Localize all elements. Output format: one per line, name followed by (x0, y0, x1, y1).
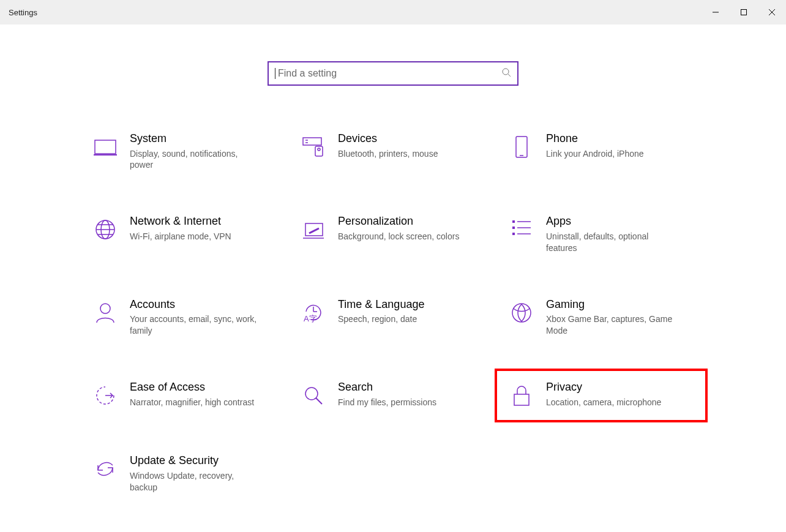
svg-rect-27 (512, 233, 515, 235)
tile-desc: Narrator, magnifier, high contrast (130, 397, 254, 408)
gaming-icon (507, 298, 536, 328)
tile-desc: Xbox Game Bar, captures, Game Mode (546, 313, 675, 337)
tile-personalization[interactable]: Personalization Background, lock screen,… (295, 211, 491, 257)
settings-grid: System Display, sound, notifications, po… (87, 129, 699, 497)
tile-desc: Bluetooth, printers, mouse (338, 148, 438, 160)
svg-line-35 (316, 398, 322, 404)
network-icon (91, 215, 120, 244)
tile-privacy[interactable]: Privacy Location, camera, microphone (503, 377, 699, 414)
window-title: Settings (9, 8, 37, 17)
svg-point-12 (318, 148, 320, 151)
apps-icon (507, 215, 536, 244)
tile-title: Network & Internet (130, 215, 231, 228)
tile-title: Ease of Access (130, 381, 254, 394)
system-icon (91, 132, 120, 162)
tile-search[interactable]: Search Find my files, permissions (295, 377, 491, 414)
tile-desc: Your accounts, email, sync, work, family (130, 313, 258, 337)
search-tile-icon (299, 381, 328, 410)
tile-desc: Speech, region, date (338, 313, 424, 325)
tile-network[interactable]: Network & Internet Wi-Fi, airplane mode,… (87, 211, 283, 257)
minimize-icon (712, 9, 719, 16)
tile-ease-of-access[interactable]: Ease of Access Narrator, magnifier, high… (87, 377, 283, 414)
minimize-button[interactable] (702, 0, 730, 24)
accounts-icon (91, 298, 120, 328)
personalization-icon (299, 215, 328, 244)
content-area: System Display, sound, notifications, po… (0, 24, 786, 497)
tile-desc: Uninstall, defaults, optional features (546, 231, 675, 254)
phone-icon (507, 132, 536, 162)
maximize-icon (740, 9, 747, 16)
search-input[interactable] (277, 67, 501, 80)
tile-title: Privacy (546, 381, 661, 394)
tile-update-security[interactable]: Update & Security Windows Update, recove… (87, 451, 283, 496)
close-button[interactable] (758, 0, 786, 24)
tile-phone[interactable]: Phone Link your Android, iPhone (503, 129, 699, 174)
svg-rect-23 (512, 220, 515, 223)
svg-rect-20 (305, 223, 323, 236)
tile-title: Gaming (546, 298, 675, 312)
tile-desc: Background, lock screen, colors (338, 231, 459, 242)
text-caret (275, 68, 275, 79)
tile-desc: Location, camera, microphone (546, 397, 661, 408)
svg-line-22 (309, 228, 319, 233)
search-box[interactable] (268, 61, 518, 86)
svg-point-29 (100, 304, 110, 313)
devices-icon (299, 132, 328, 162)
tile-gaming[interactable]: Gaming Xbox Game Bar, captures, Game Mod… (503, 294, 699, 340)
update-icon (91, 454, 120, 484)
tile-time-language[interactable]: A字 Time & Language Speech, region, date (295, 294, 491, 340)
svg-point-33 (512, 304, 531, 322)
tile-apps[interactable]: Apps Uninstall, defaults, optional featu… (503, 211, 699, 257)
tile-accounts[interactable]: Accounts Your accounts, email, sync, wor… (87, 294, 283, 340)
tile-desc: Display, sound, notifications, power (130, 148, 258, 171)
privacy-icon (507, 381, 536, 410)
tile-title: Update & Security (130, 454, 258, 468)
svg-rect-36 (514, 394, 529, 405)
tile-devices[interactable]: Devices Bluetooth, printers, mouse (295, 129, 491, 174)
tile-desc: Windows Update, recovery, backup (130, 470, 258, 493)
svg-text:A字: A字 (304, 314, 317, 323)
tile-title: Accounts (130, 298, 258, 312)
tile-system[interactable]: System Display, sound, notifications, po… (87, 129, 283, 174)
window-controls (702, 0, 786, 24)
tile-title: Apps (546, 215, 675, 228)
svg-line-5 (508, 74, 511, 77)
maximize-button[interactable] (730, 0, 758, 24)
svg-rect-6 (95, 140, 116, 154)
svg-rect-8 (303, 138, 321, 145)
tile-title: Time & Language (338, 298, 424, 312)
search-wrap (0, 61, 786, 86)
tile-desc: Wi-Fi, airplane mode, VPN (130, 231, 231, 242)
tile-title: Devices (338, 132, 438, 146)
ease-of-access-icon (91, 381, 120, 410)
svg-rect-13 (516, 137, 527, 157)
close-icon (768, 9, 776, 16)
tile-title: Search (338, 381, 436, 394)
tile-title: System (130, 132, 258, 146)
svg-rect-25 (512, 227, 515, 229)
tile-desc: Link your Android, iPhone (546, 148, 644, 160)
svg-rect-1 (741, 10, 747, 15)
tile-title: Personalization (338, 215, 459, 228)
time-language-icon: A字 (299, 298, 328, 328)
titlebar: Settings (0, 0, 786, 24)
svg-point-4 (503, 69, 509, 75)
search-icon (501, 67, 511, 80)
tile-title: Phone (546, 132, 644, 146)
tile-desc: Find my files, permissions (338, 397, 436, 408)
